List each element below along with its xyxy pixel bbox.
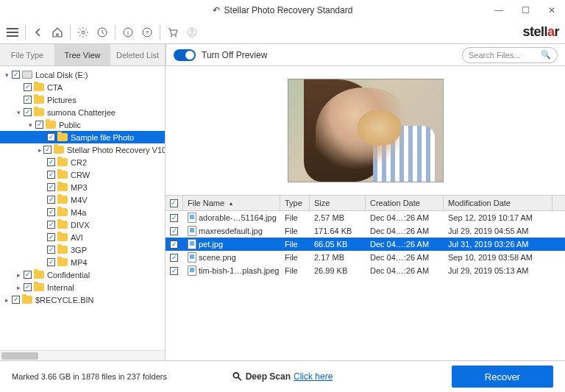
settings-button[interactable] [77, 26, 90, 39]
tab-tree-view[interactable]: Tree View [55, 44, 110, 65]
tree-checkbox[interactable] [12, 71, 20, 79]
info-button[interactable]: i [121, 26, 135, 39]
tree-h-scrollbar[interactable] [0, 350, 165, 360]
file-name: maxresdefault.jpg [199, 227, 263, 235]
tree-node[interactable]: ▸$RECYCLE.BIN [0, 293, 165, 306]
file-created: Dec 04…:26 AM [366, 266, 444, 275]
tree-checkbox[interactable] [47, 183, 55, 191]
tree-checkbox[interactable] [12, 296, 20, 304]
tree-checkbox[interactable] [24, 283, 32, 291]
tree-node[interactable]: ▾sumona Chatterjee [0, 106, 165, 118]
col-size[interactable]: Size [310, 196, 366, 210]
tree-node[interactable]: CRW [0, 168, 165, 181]
maximize-button[interactable]: ☐ [512, 0, 539, 21]
recover-button[interactable]: Recover [452, 366, 553, 388]
help-button[interactable]: ? [141, 26, 154, 39]
table-row[interactable]: adorable-…51164.jpgFile2.57 MBDec 04…:26… [166, 211, 565, 224]
row-checkbox[interactable] [170, 240, 178, 249]
tree-label: Public [59, 121, 81, 129]
svg-text:i: i [127, 29, 129, 37]
expand-caret-icon[interactable]: ▸ [15, 271, 22, 279]
row-checkbox[interactable] [170, 254, 178, 262]
tree-node[interactable]: Sample file Photo [0, 131, 165, 143]
tree-node[interactable]: M4a [0, 206, 165, 218]
tree-node[interactable]: DIVX [0, 218, 165, 231]
nav-back-button[interactable] [32, 26, 45, 39]
tree-label: sumona Chatterjee [47, 108, 116, 117]
tree-checkbox[interactable] [47, 208, 55, 216]
expand-caret-icon[interactable]: ▾ [3, 71, 10, 79]
table-row[interactable]: scene.pngFile2.17 MBDec 04…:26 AMSep 10,… [166, 251, 565, 264]
tree-checkbox[interactable] [24, 271, 32, 279]
search-icon: 🔍 [541, 50, 551, 60]
tree-label: DIVX [71, 221, 90, 229]
folder-icon [57, 133, 68, 141]
menu-button[interactable] [6, 26, 19, 39]
tree-checkbox[interactable] [47, 158, 55, 166]
folder-tree: ▾Local Disk (E:)CTAPictures▾sumona Chatt… [0, 66, 166, 360]
tree-checkbox[interactable] [35, 121, 43, 129]
file-modified: Jul 29, 2019 04:55 AM [444, 227, 552, 235]
search-input[interactable]: Search Files... 🔍 [462, 47, 558, 63]
row-checkbox[interactable] [170, 267, 178, 275]
file-name: scene.png [199, 253, 236, 262]
col-created[interactable]: Creation Date [366, 196, 444, 210]
tree-checkbox[interactable] [24, 96, 32, 104]
expand-caret-icon[interactable]: ▸ [3, 296, 10, 304]
tree-node[interactable]: ▸Confidential [0, 268, 165, 281]
tree-node[interactable]: M4V [0, 193, 165, 206]
file-icon [188, 239, 196, 249]
tree-node[interactable]: MP3 [0, 181, 165, 193]
tree-node[interactable]: Pictures [0, 93, 165, 106]
expand-caret-icon[interactable]: ▾ [26, 121, 34, 129]
tree-node[interactable]: ▸Stellar Photo Recovery V10 [0, 143, 165, 156]
tree-checkbox[interactable] [47, 196, 55, 204]
table-row[interactable]: maxresdefault.jpgFile171.64 KBDec 04…:26… [166, 224, 565, 238]
tree-checkbox[interactable] [47, 246, 55, 254]
tree-node[interactable]: ▸Internal [0, 281, 165, 293]
expand-caret-icon[interactable]: ▸ [15, 284, 22, 291]
tree-node[interactable]: ▾Local Disk (E:) [0, 68, 165, 81]
tree-checkbox[interactable] [24, 108, 32, 116]
tree-node[interactable]: CR2 [0, 156, 165, 168]
tree-checkbox[interactable] [47, 258, 55, 266]
expand-caret-icon[interactable]: ▸ [38, 146, 42, 154]
folder-icon [57, 158, 68, 166]
expand-caret-icon[interactable]: ▾ [15, 109, 22, 116]
tree-node[interactable]: ▾Public [0, 118, 165, 131]
tree-node[interactable]: 3GP [0, 243, 165, 256]
preview-toggle[interactable] [174, 49, 196, 61]
col-modified[interactable]: Modification Date [444, 196, 552, 210]
svg-point-9 [191, 29, 193, 32]
tree-node[interactable]: AVI [0, 231, 165, 243]
close-button[interactable]: ✕ [539, 0, 565, 21]
row-checkbox[interactable] [170, 227, 178, 235]
row-checkbox[interactable] [170, 214, 178, 222]
col-type[interactable]: Type [280, 196, 310, 210]
cart-button[interactable] [166, 26, 180, 39]
tree-checkbox[interactable] [47, 171, 55, 179]
toolbar: i ? stellar [0, 21, 565, 44]
file-name: pet.jpg [199, 240, 223, 249]
file-type: File [280, 213, 310, 222]
tree-checkbox[interactable] [43, 146, 51, 154]
tree-checkbox[interactable] [24, 83, 32, 91]
history-button[interactable] [96, 26, 109, 39]
minimize-button[interactable]: — [486, 0, 512, 21]
home-button[interactable] [51, 26, 64, 39]
table-row[interactable]: tim-bish-1…plash.jpegFile26.99 KBDec 04…… [166, 264, 565, 277]
tree-checkbox[interactable] [47, 221, 55, 229]
tab-deleted-list[interactable]: Deleted List [110, 44, 166, 65]
tree-node[interactable]: MP4 [0, 256, 165, 268]
table-row[interactable]: pet.jpgFile66.05 KBDec 04…:26 AMJul 31, … [166, 238, 565, 251]
tree-checkbox[interactable] [47, 133, 55, 141]
tree-node[interactable]: CTA [0, 81, 165, 93]
col-filename[interactable]: File Name▴ [183, 196, 280, 210]
file-icon [188, 266, 196, 276]
deep-scan-link[interactable]: Click here [294, 371, 333, 382]
file-modified: Sep 10, 2019 03:58 AM [444, 253, 552, 262]
select-all-checkbox[interactable] [170, 199, 178, 207]
tree-checkbox[interactable] [47, 233, 55, 241]
tab-file-type[interactable]: File Type [0, 44, 55, 65]
user-button[interactable] [185, 26, 199, 39]
